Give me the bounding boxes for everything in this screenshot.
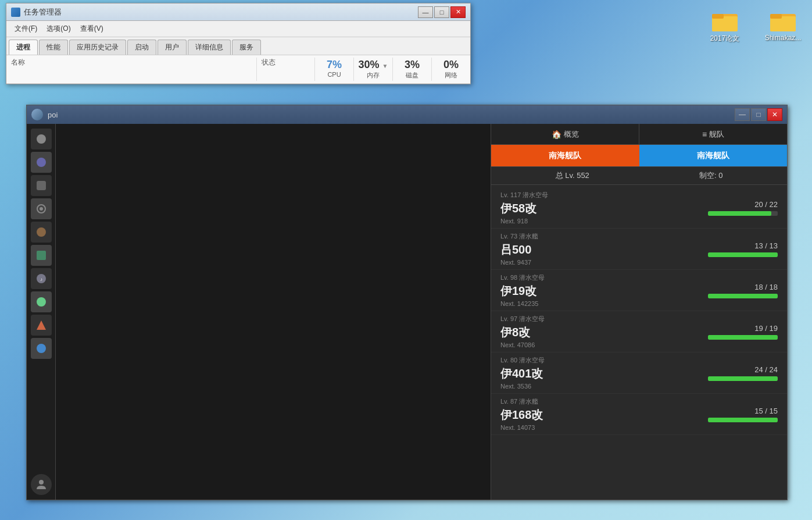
team-selector: 南海舰队 南海舰队: [491, 145, 787, 167]
desktop-icons: 2017论文 Shimakaz...: [702, 6, 806, 44]
poi-app-icon: [31, 109, 43, 120]
ship-meta-1: Lv. 73 潜水艦: [500, 232, 708, 241]
ship-info-1: Lv. 73 潜水艦 吕500 Next. 9437: [500, 232, 708, 266]
tm-menu-view[interactable]: 查看(V): [77, 23, 107, 35]
poi-sidebar-item-1[interactable]: [31, 129, 52, 149]
ship-meta-4: Lv. 80 潜水空母: [500, 356, 708, 365]
sidebar-icon-9: [35, 319, 47, 331]
fleet-total-lv: 总 Lv. 552: [556, 170, 589, 181]
ship-info-4: Lv. 80 潜水空母 伊401改 Next. 3536: [500, 356, 708, 390]
ship-item-1: Lv. 73 潜水艦 吕500 Next. 9437 13 / 13: [491, 229, 787, 270]
ship-hp-1: 13 / 13: [708, 241, 778, 257]
ship-exp-2: Next. 142235: [500, 300, 708, 307]
desktop: 2017论文 Shimakaz... 任务管理器 — □ ✕ 文件(F): [0, 0, 812, 520]
hp-bar-0: [708, 211, 778, 216]
ship-info-5: Lv. 87 潜水艦 伊168改 Next. 14073: [500, 397, 708, 431]
poi-close-button[interactable]: ✕: [767, 108, 782, 121]
tm-memory-label: 内存: [356, 71, 390, 80]
tm-menu-options[interactable]: 选项(O): [43, 23, 74, 35]
ship-name-3: 伊8改: [500, 325, 708, 340]
ship-name-0: 伊58改: [500, 201, 708, 216]
tm-minimize-button[interactable]: —: [418, 6, 433, 18]
poi-main-content: [56, 124, 491, 500]
ship-hp-text-2: 18 / 18: [708, 283, 778, 291]
sidebar-icon-2: [35, 156, 47, 168]
tm-title-text: 任务管理器: [24, 7, 62, 17]
ship-meta-2: Lv. 98 潜水空母: [500, 273, 708, 282]
team-btn-2[interactable]: 南海舰队: [639, 145, 788, 166]
poi-sidebar-item-10[interactable]: [31, 338, 52, 359]
tm-titlebar-left: 任务管理器: [11, 7, 62, 17]
tm-tab-users[interactable]: 用户: [158, 40, 187, 55]
poi-sidebar: ♪: [27, 124, 56, 500]
ship-hp-3: 19 / 19: [708, 324, 778, 340]
ship-meta-5: Lv. 87 潜水艦: [500, 397, 708, 406]
tm-maximize-button[interactable]: □: [434, 6, 449, 18]
desktop-icon-shimakaz[interactable]: Shimakaz...: [760, 6, 806, 44]
svg-marker-16: [37, 320, 46, 330]
poi-sidebar-item-9[interactable]: [31, 315, 52, 336]
tm-tab-process[interactable]: 进程: [9, 40, 38, 55]
svg-rect-15: [37, 297, 46, 307]
ship-exp-1: Next. 9437: [500, 259, 708, 266]
ship-hp-0: 20 / 22: [708, 200, 778, 216]
ship-info-0: Lv. 117 潜水空母 伊58改 Next. 918: [500, 191, 708, 225]
hp-bar-3: [708, 335, 778, 340]
desktop-icon-label-shimakaz: Shimakaz...: [765, 34, 802, 42]
tm-cpu-label: CPU: [317, 71, 351, 78]
ship-list[interactable]: Lv. 117 潜水空母 伊58改 Next. 918 20 / 22 Lv. …: [491, 185, 787, 500]
svg-rect-2: [712, 14, 724, 19]
tm-tab-services[interactable]: 服务: [232, 40, 261, 55]
svg-rect-5: [770, 14, 782, 19]
svg-rect-7: [37, 158, 46, 167]
poi-sidebar-item-3[interactable]: [31, 175, 52, 196]
tm-col-disk: 3% 磁盘: [392, 58, 431, 81]
poi-sidebar-item-bottom[interactable]: [31, 474, 52, 495]
fleet-icon: ≡: [702, 130, 707, 139]
hp-bar-2: [708, 294, 778, 298]
tm-header-row: 名称 状态 7% CPU 30% ▼ 内存 3% 磁盘 0%: [6, 55, 470, 84]
poi-sidebar-item-2[interactable]: [31, 152, 52, 173]
poi-nav-overview[interactable]: 🏠 概览: [491, 124, 639, 144]
poi-nav-fleet[interactable]: ≡ 舰队: [639, 124, 787, 144]
ship-item-4: Lv. 80 潜水空母 伊401改 Next. 3536 24 / 24: [491, 352, 787, 394]
sidebar-icon-3: [35, 180, 47, 191]
poi-sidebar-item-8[interactable]: [31, 291, 52, 312]
ship-name-4: 伊401改: [500, 366, 708, 382]
sidebar-icon-10: [35, 343, 47, 354]
poi-maximize-button[interactable]: □: [751, 108, 766, 121]
ship-hp-2: 18 / 18: [708, 283, 778, 298]
tm-col-network: 0% 网络: [431, 58, 470, 81]
tm-controls: — □ ✕: [418, 6, 466, 18]
ship-name-5: 伊168改: [500, 407, 708, 423]
desktop-icon-2017[interactable]: 2017论文: [702, 6, 748, 44]
poi-sidebar-item-6[interactable]: [31, 245, 52, 266]
poi-right-nav: 🏠 概览 ≡ 舰队: [491, 124, 787, 145]
hp-bar-1: [708, 252, 778, 257]
tm-tab-app-history[interactable]: 应用历史记录: [69, 40, 126, 55]
tm-close-button[interactable]: ✕: [450, 6, 466, 18]
tm-disk-value: 3%: [395, 59, 429, 71]
poi-sidebar-item-4[interactable]: [31, 198, 52, 219]
tm-disk-label: 磁盘: [395, 71, 429, 80]
desktop-icon-label-2017: 2017论文: [710, 34, 740, 44]
folder-icon-2: [769, 6, 797, 34]
svg-point-10: [40, 207, 43, 211]
task-manager-window: 任务管理器 — □ ✕ 文件(F) 选项(O) 查看(V) 进程 性能 应用历史…: [6, 3, 471, 84]
hp-fill-2: [708, 294, 778, 298]
svg-rect-11: [37, 227, 46, 237]
poi-sidebar-item-7[interactable]: ♪: [31, 268, 52, 289]
poi-minimize-button[interactable]: —: [735, 108, 750, 121]
tm-tab-performance[interactable]: 性能: [39, 40, 68, 55]
hp-fill-1: [708, 252, 778, 257]
tm-tab-details[interactable]: 详细信息: [188, 40, 231, 55]
hp-fill-3: [708, 335, 778, 340]
poi-sidebar-item-5[interactable]: [31, 222, 52, 243]
tm-menu-file[interactable]: 文件(F): [11, 23, 41, 35]
tm-tab-startup[interactable]: 启动: [127, 40, 156, 55]
ship-item-0: Lv. 117 潜水空母 伊58改 Next. 918 20 / 22: [491, 187, 787, 229]
team-btn-1[interactable]: 南海舰队: [491, 145, 639, 166]
hp-fill-5: [708, 418, 778, 422]
ship-name-2: 伊19改: [500, 283, 708, 299]
poi-window: poi — □ ✕: [26, 105, 788, 500]
